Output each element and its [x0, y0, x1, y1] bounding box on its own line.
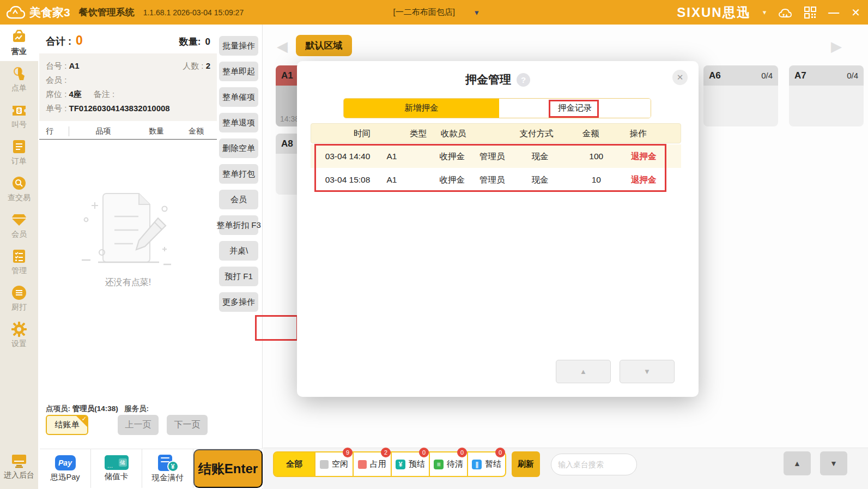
records-scroll-down-button[interactable]: ▼ — [620, 360, 675, 383]
sidebar-item-order[interactable]: 点单 — [0, 61, 38, 98]
filter-free[interactable]: 空闲 9 — [314, 452, 353, 476]
table-search-input[interactable] — [558, 460, 657, 469]
pay-strip: Pay 思迅Pay …储 储值卡 ¥ 现金满付 结账Enter — [40, 449, 263, 488]
sidebar-item-settings[interactable]: 设置 — [0, 317, 38, 353]
sidebar-item-label: 查交易 — [8, 193, 31, 203]
floor-scroll-up-button[interactable]: ▲ — [784, 451, 811, 475]
table-card-a6[interactable]: A60/4 — [703, 65, 778, 126]
occupied-badge: 2 — [381, 448, 391, 457]
filter-prebill-label: 预结 — [409, 459, 425, 469]
modal-close-button[interactable]: ✕ — [672, 70, 688, 85]
batch-ops-label: 批量操作 — [222, 41, 255, 51]
refund-link[interactable]: 退押金 — [631, 174, 657, 186]
sixun-pay-button[interactable]: Pay 思迅Pay — [40, 449, 91, 488]
rush-all-label: 整单即起 — [222, 67, 255, 77]
filter-all-label: 全部 — [286, 459, 302, 469]
gear-icon — [10, 321, 28, 337]
row-type: 收押金 — [440, 150, 465, 162]
ticket-icon: 8 — [10, 102, 28, 118]
sidebar-item-backoffice[interactable]: 进入后台 — [0, 448, 38, 485]
brand-logo: SIXUN思迅 — [677, 4, 750, 21]
help-icon[interactable]: ? — [517, 73, 530, 87]
filter-occupied[interactable]: 占用 2 — [353, 452, 391, 476]
chevron-down-icon[interactable]: ▾ — [475, 8, 479, 17]
col-line: 行 — [39, 126, 69, 136]
sidebar-item-manage[interactable]: 管理 — [0, 244, 38, 280]
qr-code-icon[interactable] — [804, 7, 816, 19]
table-search[interactable] — [551, 454, 637, 475]
waiter-label: 服务员: — [124, 405, 149, 413]
next-page-label: 下一页 — [174, 419, 201, 431]
rush-all-button[interactable]: 整单即起 — [219, 62, 258, 81]
close-button[interactable]: ✕ — [851, 6, 860, 19]
deposit-table-header: 时间 类型 收款员 支付方式 金额 操作 — [311, 123, 681, 143]
refresh-button[interactable]: 刷新 — [512, 451, 540, 477]
batch-ops-button[interactable]: 批量操作 — [219, 36, 258, 56]
cloud-sync-icon[interactable] — [778, 7, 792, 19]
next-page-button[interactable]: 下一页 — [167, 415, 208, 435]
area-scroll-left-icon[interactable]: ◀ — [277, 38, 288, 55]
sidebar: 营业 点单 8 叫号 订单 查交易 会员 管理 — [0, 25, 38, 489]
sidebar-item-label: 点单 — [11, 83, 27, 93]
filter-prebill[interactable]: ¥ 预结 0 — [391, 452, 429, 476]
discount-all-button[interactable]: 整单折扣 F3 — [219, 215, 258, 235]
store-name[interactable]: [一二布布面包店] — [393, 7, 455, 17]
sidebar-item-transactions[interactable]: 查交易 — [0, 171, 38, 207]
delete-empty-button[interactable]: 删除空单 — [219, 138, 258, 158]
urge-all-button[interactable]: 整单催项 — [219, 87, 258, 107]
qty-wrap: 数量:0 — [179, 35, 210, 48]
area-tab-default[interactable]: 默认区域 — [296, 35, 352, 56]
qty-value: 0 — [205, 37, 210, 47]
col-qty: 数量 — [137, 126, 175, 136]
sidebar-item-orders[interactable]: 订单 — [0, 134, 38, 171]
col-item: 品项 — [69, 126, 137, 136]
minimize-button[interactable]: — — [828, 6, 839, 19]
merge-table-button[interactable]: 并桌\ — [219, 241, 258, 261]
filter-suspended[interactable]: ∥ 暂结 0 — [467, 452, 505, 476]
return-all-button[interactable]: 整单退项 — [219, 113, 258, 132]
floor-scroll-down-button[interactable]: ▼ — [820, 451, 847, 475]
tab-add-deposit[interactable]: 新增押金 — [344, 99, 499, 118]
tab-deposit-records[interactable]: 押金记录 — [499, 99, 651, 118]
sidebar-item-label: 会员 — [11, 230, 27, 239]
area-scroll-right-icon[interactable]: ▶ — [831, 38, 842, 55]
toclean-icon: ≡ — [434, 460, 444, 469]
more-ops-button[interactable]: 更多操作 — [219, 292, 258, 312]
checkout-button[interactable]: 结账Enter — [193, 449, 263, 488]
cash-exact-button[interactable]: ¥ 现金满付 — [142, 449, 193, 488]
row-amount: 100 — [589, 152, 603, 161]
header-method: 支付方式 — [520, 128, 554, 139]
member-label: 会员 — [230, 195, 247, 205]
row-time: 03-04 14:40 — [325, 152, 371, 161]
stored-card-button[interactable]: …储 储值卡 — [91, 449, 142, 488]
card-tag: 储 — [119, 458, 127, 467]
app-logo: 美食家3 — [7, 5, 70, 20]
cloud-logo-icon — [7, 6, 25, 19]
sidebar-item-queue[interactable]: 8 叫号 — [0, 98, 38, 134]
filter-toclean[interactable]: ≡ 待清 0 — [429, 452, 467, 476]
member-button[interactable]: 会员 — [219, 190, 258, 209]
prev-page-button[interactable]: 上一页 — [118, 415, 159, 435]
row-time: 03-04 15:08 — [325, 175, 371, 185]
store-selector[interactable]: [一二布布面包店] ▾ — [338, 0, 534, 25]
table-name: A6 — [709, 70, 721, 81]
refund-link[interactable]: 退押金 — [631, 150, 657, 162]
row-cashier: 管理员 — [479, 150, 505, 162]
sidebar-item-kitchen-print[interactable]: 厨打 — [0, 280, 38, 317]
preprint-button[interactable]: 预打 F1 — [219, 267, 258, 286]
staff-line: 点项员: 管理员(14:38) 服务员: — [46, 404, 149, 414]
prebill-icon: ¥ — [396, 460, 405, 469]
table-card-a7[interactable]: A70/4 — [789, 65, 864, 126]
filter-all[interactable]: 全部 — [274, 452, 314, 476]
sidebar-item-member[interactable]: 会员 — [0, 207, 38, 244]
modal-title: 押金管理 — [465, 72, 511, 87]
svg-text:8: 8 — [17, 108, 21, 114]
top-bar: 美食家3 餐饮管理系统 1.1.68.1 2026-03-04 15:09:27… — [0, 0, 868, 25]
sidebar-item-business[interactable]: 营业 — [0, 25, 38, 61]
pack-all-button[interactable]: 整单打包 — [219, 164, 258, 184]
brand-chevron-down-icon[interactable]: ▾ — [763, 8, 767, 16]
records-scroll-up-button[interactable]: ▲ — [556, 360, 611, 383]
bill-button[interactable]: 结账单 ✓ — [46, 415, 88, 435]
checkout-label: 结账Enter — [198, 460, 258, 478]
deposit-modal: 押金管理 ? ✕ 新增押金 押金记录 时间 类型 收款员 支付方式 金额 操作 … — [297, 61, 699, 397]
